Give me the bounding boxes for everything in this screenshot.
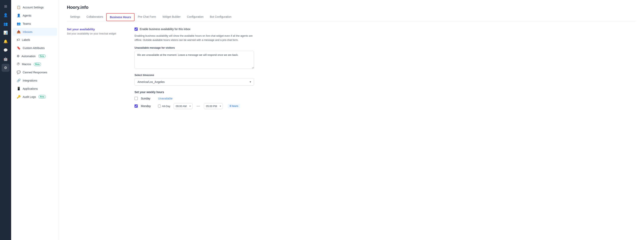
settings-icon-btn[interactable]: ⚙	[2, 64, 10, 72]
audit-logs-icon: 🔑	[17, 95, 21, 99]
timezone-label: Select timezone	[134, 74, 254, 77]
sidebar-item-label: Macros	[22, 63, 31, 66]
teams-icon: 👥	[17, 22, 21, 26]
monday-allday-check: All-Day	[158, 105, 170, 108]
macros-badge: Beta	[34, 63, 41, 66]
agents-icon: 👤	[17, 14, 21, 17]
monday-label[interactable]: Monday	[141, 104, 155, 108]
sidebar-item-label: Labels	[22, 38, 30, 42]
main-content: Hoory.info Settings Collaborators Busine…	[59, 0, 644, 240]
unavailable-message-textarea[interactable]: We are unavailable at the moment. Leave …	[134, 51, 254, 69]
home-icon-btn[interactable]: ⊞	[2, 3, 10, 10]
tab-settings[interactable]: Settings	[67, 13, 84, 21]
sunday-checkbox[interactable]	[134, 97, 138, 100]
notifications-icon-btn[interactable]: 🔔	[2, 38, 10, 45]
sidebar-item-teams[interactable]: 👥 Teams	[13, 20, 57, 28]
enable-availability-checkbox[interactable]	[134, 28, 138, 31]
conversations-icon-btn[interactable]: 💬	[2, 46, 10, 54]
sunday-unavailable-text: Unavailable	[158, 97, 172, 100]
teams-icon-btn[interactable]: 👥	[2, 20, 10, 28]
left-panel: Set your availability Set your availabil…	[67, 28, 122, 112]
applications-icon: 📱	[17, 87, 21, 90]
section-subtitle: Set your availability on your livechat w…	[67, 32, 122, 35]
info-text: Enabling business availability will show…	[134, 34, 254, 42]
tab-collaborators[interactable]: Collaborators	[84, 13, 106, 21]
monday-allday-label[interactable]: All-Day	[162, 105, 170, 108]
monday-hours-badge: 8 hours	[228, 104, 240, 108]
section-title: Set your availability	[67, 28, 122, 31]
sidebar-item-label: Teams	[23, 22, 31, 25]
sunday-label[interactable]: Sunday	[141, 97, 155, 100]
monday-end-time-wrapper: 05:00 PM 06:00 PM 04:00 PM ▼	[204, 103, 223, 109]
unavailable-message-label: Unavailable message for visitors	[134, 46, 254, 49]
sidebar-item-label: Account Settings	[23, 6, 44, 9]
sidebar-item-automation[interactable]: ⚙ Automation Beta	[13, 52, 57, 60]
sidebar-item-label: Audit Logs	[23, 95, 36, 98]
sidebar-item-macros[interactable]: ⏱ Macros Beta	[13, 60, 57, 68]
sunday-row: Sunday Unavailable	[134, 97, 254, 100]
macros-icon: ⏱	[17, 62, 20, 66]
account-settings-icon: 📋	[17, 5, 21, 9]
automation-icon: ⚙	[17, 54, 20, 58]
timezone-select[interactable]: America/Los_Angeles America/New_York Eur…	[134, 78, 254, 86]
time-dash: —	[196, 104, 200, 108]
enable-availability-label[interactable]: Enable business availability for this in…	[140, 28, 190, 31]
monday-start-time-wrapper: 09:00 AM 10:00 AM 08:00 AM ▼	[174, 103, 193, 109]
sidebar-item-account-settings[interactable]: 📋 Account Settings	[13, 4, 57, 11]
integrations-icon: 🔗	[17, 78, 21, 82]
monday-allday-checkbox[interactable]	[158, 105, 161, 107]
sidebar-item-label: Applications	[23, 87, 38, 90]
automation-badge: Beta	[38, 54, 46, 58]
tab-pre-chat-form[interactable]: Pre Chat Form	[134, 13, 159, 21]
sidebar-item-label: Custom Attributes	[23, 46, 45, 50]
tab-business-hours[interactable]: Business Hours	[106, 13, 135, 21]
monday-start-time-select[interactable]: 09:00 AM 10:00 AM 08:00 AM	[174, 103, 193, 109]
page-title: Hoory.info	[67, 5, 636, 10]
content-area: Set your availability Set your availabil…	[59, 21, 644, 118]
enable-checkbox-row: Enable business availability for this in…	[134, 28, 254, 31]
canned-responses-icon: 💬	[17, 70, 21, 74]
sidebar-item-label: Inboxes	[23, 30, 32, 34]
weekly-hours-title: Set your weekly hours	[134, 90, 254, 94]
labels-icon: 🏷	[17, 38, 20, 42]
sidebar-item-label: Automation	[22, 55, 36, 58]
monday-checkbox[interactable]	[134, 104, 138, 108]
sidebar-item-integrations[interactable]: 🔗 Integrations	[13, 77, 57, 84]
monday-end-time-select[interactable]: 05:00 PM 06:00 PM 04:00 PM	[204, 103, 223, 109]
sidebar-item-inboxes[interactable]: 📥 Inboxes	[13, 28, 57, 36]
sidebar-item-label: Canned Responses	[23, 71, 47, 74]
agents-icon-btn[interactable]: 👤	[2, 11, 10, 19]
inboxes-icon: 📥	[17, 30, 21, 34]
tabs-bar: Settings Collaborators Business Hours Pr…	[67, 13, 636, 21]
page-header: Hoory.info Settings Collaborators Busine…	[59, 0, 644, 21]
sidebar-item-label: Agents	[23, 14, 32, 17]
sidebar-item-applications[interactable]: 📱 Applications	[13, 85, 57, 92]
sidebar-item-custom-attributes[interactable]: 🔖 Custom Attributes	[13, 44, 57, 52]
sidebar-item-labels[interactable]: 🏷 Labels	[13, 36, 57, 44]
tab-configuration[interactable]: Configuration	[184, 13, 206, 21]
tab-bot-configuration[interactable]: Bot Configuration	[207, 13, 235, 21]
timezone-select-wrapper: America/Los_Angeles America/New_York Eur…	[134, 78, 254, 86]
reports-icon-btn[interactable]: 📊	[2, 29, 10, 37]
sidebar-item-agents[interactable]: 👤 Agents	[13, 12, 57, 19]
sidebar-item-canned-responses[interactable]: 💬 Canned Responses	[13, 68, 57, 76]
sidebar: 📋 Account Settings 👤 Agents 👥 Teams 📥 In…	[11, 0, 59, 240]
sidebar-item-label: Integrations	[23, 79, 37, 82]
audit-logs-badge: Beta	[38, 95, 46, 98]
icon-bar: ⊞ 👤 👥 📊 🔔 💬 🤖 ⚙	[0, 0, 11, 240]
bot-icon-btn[interactable]: 🤖	[2, 55, 10, 63]
sidebar-item-audit-logs[interactable]: 🔑 Audit Logs Beta	[13, 93, 57, 101]
custom-attributes-icon: 🔖	[17, 46, 21, 50]
monday-row: Monday All-Day 09:00 AM 10:00 AM 08:00 A…	[134, 103, 254, 109]
right-panel: Enable business availability for this in…	[134, 28, 254, 112]
tab-widget-builder[interactable]: Widget Builder	[159, 13, 184, 21]
